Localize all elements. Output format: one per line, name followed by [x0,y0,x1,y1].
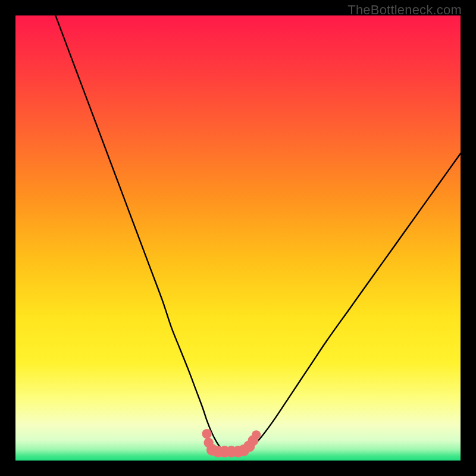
bottleneck-curve [55,15,461,452]
valley-marker [202,429,211,439]
valley-marker [252,430,261,439]
watermark-text: TheBottleneck.com [347,2,462,18]
chart-svg [15,15,461,461]
plot-area [15,15,461,461]
chart-stage: TheBottleneck.com [0,0,476,476]
valley-markers [202,429,261,458]
